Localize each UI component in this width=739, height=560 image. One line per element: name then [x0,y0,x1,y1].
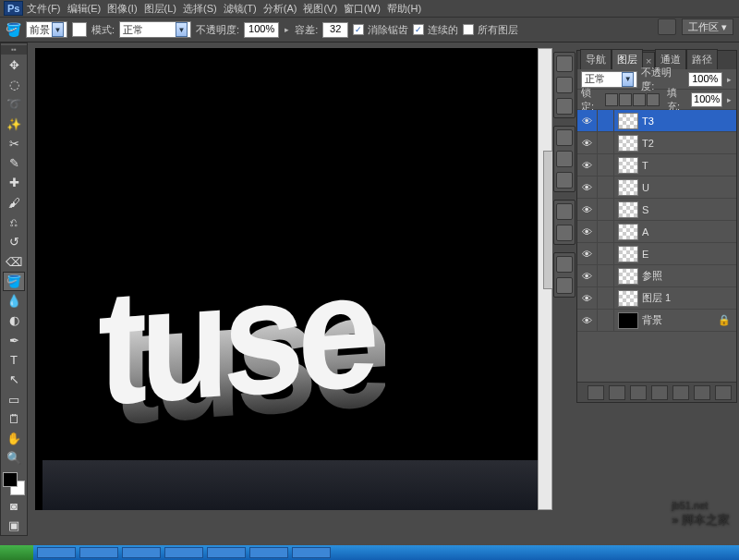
antialias-checkbox[interactable]: ✓消除锯齿 [353,23,408,37]
vertical-scrollbar[interactable] [538,48,552,510]
visibility-eye-icon[interactable]: 👁 [577,243,598,264]
menu-help[interactable]: 帮助(H) [384,0,424,18]
menu-edit[interactable]: 编辑(E) [65,0,104,18]
layer-row[interactable]: 👁图层 1 [577,287,736,310]
dock-layercomps-icon[interactable] [556,256,573,273]
marquee-tool[interactable]: ◌ [3,75,25,94]
taskbar-item[interactable] [164,547,203,558]
dock-actions-icon[interactable] [556,277,573,294]
color-swatches[interactable] [2,471,26,496]
bridge-icon[interactable] [658,18,676,35]
taskbar-item[interactable] [207,547,246,558]
lock-pixels-icon[interactable] [619,93,632,106]
taskbar[interactable] [0,545,739,560]
taskbar-item[interactable] [79,547,118,558]
lock-position-icon[interactable] [633,93,646,106]
crop-tool[interactable]: ✂ [3,134,25,153]
lock-transparency-icon[interactable] [605,93,618,106]
layer-link-cell[interactable] [598,177,614,198]
layer-row[interactable]: 👁背景🔒 [577,310,736,332]
layer-thumbnail[interactable] [618,246,638,262]
layer-mask-icon[interactable] [630,385,647,400]
layer-thumbnail[interactable] [618,224,638,240]
healing-tool[interactable]: ✚ [3,173,25,192]
all-layers-checkbox[interactable]: 所有图层 [463,23,518,37]
layer-thumbnail[interactable] [618,179,638,196]
layer-thumbnail[interactable] [618,290,638,307]
start-button[interactable] [0,545,33,560]
taskbar-item[interactable] [292,547,331,558]
menu-layer[interactable]: 图层(L) [141,0,179,18]
quickmask-toggle[interactable]: ◙ [3,496,25,516]
dock-navigator-icon[interactable] [556,55,573,72]
taskbar-item[interactable] [37,547,76,558]
menu-select[interactable]: 选择(S) [180,0,220,18]
layer-group-icon[interactable] [672,385,689,400]
visibility-eye-icon[interactable]: 👁 [577,221,598,242]
brush-tool[interactable]: 🖌 [3,193,25,213]
lock-all-icon[interactable] [647,93,660,106]
opacity-input[interactable]: 100% [244,22,279,38]
tab-paths[interactable]: 路径 [686,49,718,69]
opacity-flyout-icon[interactable]: ▸ [284,25,290,34]
visibility-eye-icon[interactable]: 👁 [577,287,598,309]
opacity-flyout-icon[interactable]: ▸ [726,75,733,84]
menu-file[interactable]: 文件(F) [24,0,63,18]
layer-thumbnail[interactable] [618,201,638,218]
layer-thumbnail[interactable] [618,113,638,129]
visibility-eye-icon[interactable]: 👁 [577,177,598,198]
layer-link-cell[interactable] [598,310,614,331]
layer-link-cell[interactable] [598,265,614,286]
eyedropper-tool[interactable]: ✎ [3,153,25,173]
taskbar-item[interactable] [249,547,288,558]
eraser-tool[interactable]: ⌫ [3,251,25,271]
layer-row[interactable]: 👁S [577,199,736,221]
path-tool[interactable]: ↖ [3,370,25,389]
visibility-eye-icon[interactable]: 👁 [577,199,598,220]
menu-analysis[interactable]: 分析(A) [260,0,300,18]
dock-info-icon[interactable] [556,98,573,115]
stamp-tool[interactable]: ⎌ [3,213,25,232]
taskbar-item[interactable] [122,547,161,558]
visibility-eye-icon[interactable]: 👁 [577,310,598,331]
tolerance-input[interactable]: 32 [322,22,348,38]
fill-source-dropdown[interactable]: 前景 ▼ [26,21,67,38]
blend-mode-dropdown[interactable]: 正常 ▼ [119,21,191,38]
menu-image[interactable]: 图像(I) [104,0,139,18]
layer-row[interactable]: 👁U [577,177,736,199]
layer-row[interactable]: 👁T2 [577,132,736,154]
dock-styles-icon[interactable] [556,172,573,189]
tab-navigator[interactable]: 导航 [580,49,612,69]
layer-opacity-input[interactable]: 100% [688,72,722,87]
dodge-tool[interactable]: ◐ [3,310,25,330]
new-layer-icon[interactable] [694,385,710,400]
pen-tool[interactable]: ✒ [3,331,25,350]
layer-link-cell[interactable] [598,199,614,220]
dock-character-icon[interactable] [556,203,573,220]
fill-flyout-icon[interactable]: ▸ [726,95,733,104]
layer-thumbnail[interactable] [618,135,638,152]
adjustment-layer-icon[interactable] [651,385,668,400]
dock-histogram-icon[interactable] [556,77,573,93]
layer-thumbnail[interactable] [618,157,638,174]
workspace-switcher[interactable]: 工作区 ▾ [682,18,733,35]
layer-link-cell[interactable] [598,132,614,153]
layer-row[interactable]: 👁T3 [577,110,736,132]
blur-tool[interactable]: 💧 [3,291,25,310]
menu-window[interactable]: 窗口(W) [341,0,383,18]
layer-link-cell[interactable] [598,243,614,264]
bucket-tool[interactable]: 🪣 [3,272,25,291]
layer-row[interactable]: 👁E [577,243,736,265]
lasso-tool[interactable]: ➰ [3,94,25,114]
layer-row[interactable]: 👁参照 [577,265,736,287]
layer-thumbnail[interactable] [618,312,638,329]
visibility-eye-icon[interactable]: 👁 [577,265,598,286]
scrollbar-thumb[interactable] [543,151,552,289]
layer-fx-icon[interactable] [609,385,625,400]
notes-tool[interactable]: 🗒 [3,409,25,429]
layer-link-cell[interactable] [598,287,614,309]
layer-thumbnail[interactable] [618,268,638,285]
link-layers-icon[interactable] [588,385,604,400]
layer-row[interactable]: 👁A [577,221,736,243]
delete-layer-icon[interactable] [715,385,732,400]
